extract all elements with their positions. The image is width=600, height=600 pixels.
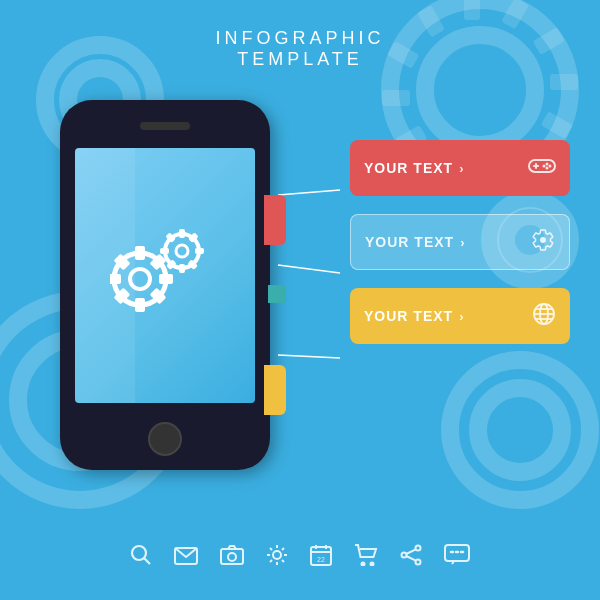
svg-line-42 (278, 190, 340, 195)
tab-yellow (264, 365, 286, 415)
svg-line-69 (282, 548, 284, 550)
svg-line-82 (406, 556, 416, 561)
mail-icon[interactable] (174, 545, 198, 571)
svg-rect-35 (179, 264, 185, 273)
phone-wrapper (60, 100, 280, 470)
svg-rect-47 (535, 163, 537, 169)
svg-point-77 (371, 563, 374, 566)
title-line2: TEMPLATE (0, 49, 600, 70)
title-line1: INFOGRAPHIC (0, 28, 600, 49)
svg-rect-11 (501, 0, 529, 29)
svg-point-51 (543, 164, 546, 167)
svg-line-67 (270, 548, 272, 550)
screen-gears (110, 229, 220, 323)
camera-icon[interactable] (220, 545, 244, 571)
svg-point-61 (228, 553, 236, 561)
svg-point-6 (450, 360, 590, 500)
calendar-icon[interactable]: 22 (310, 544, 332, 572)
sun-icon[interactable] (266, 544, 288, 572)
cart-icon[interactable] (354, 544, 378, 572)
svg-rect-10 (464, 0, 480, 20)
svg-line-70 (270, 560, 272, 562)
phone-body (60, 100, 270, 470)
svg-point-57 (132, 546, 146, 560)
svg-rect-34 (179, 229, 185, 238)
phone-screen (75, 148, 255, 403)
svg-point-48 (546, 162, 549, 165)
title-area: INFOGRAPHIC TEMPLATE (0, 28, 600, 70)
svg-line-44 (278, 355, 340, 358)
svg-point-79 (416, 560, 421, 565)
svg-point-23 (130, 269, 150, 289)
globe-icon (532, 302, 556, 331)
svg-line-81 (406, 549, 416, 554)
info-box-red[interactable]: YOUR TEXT › (350, 140, 570, 196)
bottom-icons: 22 (0, 544, 600, 572)
chat-icon[interactable] (444, 544, 470, 572)
info-box-teal-text: YOUR TEXT › (365, 234, 465, 250)
svg-point-80 (402, 553, 407, 558)
svg-rect-13 (550, 74, 578, 90)
info-box-yellow-text: YOUR TEXT › (364, 308, 464, 324)
gamepad-icon (528, 156, 556, 181)
svg-line-68 (282, 560, 284, 562)
chevron-teal: › (460, 235, 465, 250)
info-box-yellow[interactable]: YOUR TEXT › (350, 288, 570, 344)
svg-point-62 (273, 551, 281, 559)
svg-point-33 (176, 245, 188, 257)
info-boxes: YOUR TEXT › YOUR TEXT › (350, 140, 570, 362)
svg-text:22: 22 (317, 556, 325, 563)
svg-rect-14 (541, 111, 573, 139)
info-box-red-text: YOUR TEXT › (364, 160, 464, 176)
search-icon[interactable] (130, 544, 152, 572)
svg-rect-19 (382, 90, 410, 106)
svg-point-49 (549, 164, 552, 167)
chevron-red: › (459, 161, 464, 176)
tab-red (264, 195, 286, 245)
phone-speaker (140, 122, 190, 130)
svg-rect-27 (110, 274, 121, 284)
svg-point-78 (416, 546, 421, 551)
svg-rect-25 (135, 298, 145, 312)
svg-line-58 (144, 558, 150, 564)
svg-point-7 (478, 388, 562, 472)
share-icon[interactable] (400, 544, 422, 572)
svg-point-50 (546, 166, 549, 169)
svg-rect-37 (160, 248, 169, 254)
svg-line-43 (278, 265, 340, 273)
info-box-teal[interactable]: YOUR TEXT › (350, 214, 570, 270)
chevron-yellow: › (459, 309, 464, 324)
svg-rect-26 (159, 274, 173, 284)
svg-rect-36 (195, 248, 204, 254)
svg-point-76 (362, 563, 365, 566)
svg-rect-24 (135, 246, 145, 260)
phone-home-button (148, 422, 182, 456)
gear-icon (531, 228, 555, 257)
tab-teal (268, 285, 286, 303)
